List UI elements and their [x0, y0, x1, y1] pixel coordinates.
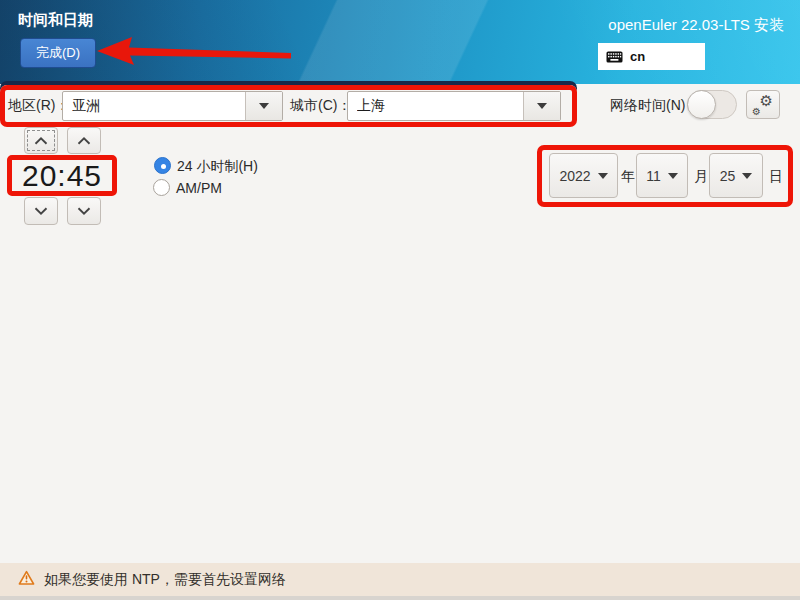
header-banner: 时间和日期 完成(D) openEuler 22.03-LTS 安装 cn — [0, 0, 800, 84]
chevron-down-icon — [742, 173, 752, 179]
warning-bar: 如果您要使用 NTP，需要首先设置网络 — [0, 563, 800, 596]
city-dropdown-button[interactable] — [523, 92, 560, 120]
day-dropdown[interactable]: 25 — [709, 153, 763, 198]
radio-24h-label[interactable]: 24 小时制(H) — [177, 158, 258, 176]
region-combobox[interactable] — [62, 91, 283, 121]
installer-product-title: openEuler 22.03-LTS 安装 — [608, 16, 784, 35]
city-input[interactable] — [348, 92, 523, 120]
minute-up-button[interactable] — [67, 127, 101, 154]
month-value: 11 — [646, 168, 661, 184]
day-value: 25 — [720, 168, 736, 184]
ntp-settings-button[interactable]: ⚙⚙ — [746, 90, 780, 119]
keyboard-layout-indicator[interactable]: cn — [598, 43, 705, 70]
chevron-down-icon — [537, 103, 547, 109]
chevron-up-icon — [77, 137, 91, 145]
hour-up-button[interactable] — [24, 127, 58, 154]
warning-icon — [18, 570, 35, 590]
chevron-down-icon — [598, 173, 608, 179]
network-time-toggle[interactable] — [687, 90, 737, 119]
region-label: 地区(R)： — [8, 97, 69, 115]
city-combobox[interactable] — [347, 91, 561, 121]
network-time-label: 网络时间(N) — [610, 97, 685, 115]
toggle-knob — [687, 90, 716, 119]
hour-down-button[interactable] — [24, 197, 58, 225]
radio-ampm-label[interactable]: AM/PM — [176, 180, 222, 196]
radio-24h[interactable] — [154, 157, 171, 174]
year-suffix-label: 年 — [621, 168, 635, 186]
done-button[interactable]: 完成(D) — [20, 38, 96, 68]
month-dropdown[interactable]: 11 — [636, 153, 688, 198]
chevron-down-icon — [34, 207, 48, 215]
city-label: 城市(C)： — [290, 97, 351, 115]
done-button-label: 完成(D) — [36, 44, 80, 62]
year-value: 2022 — [559, 168, 590, 184]
bottom-strip — [0, 596, 800, 600]
region-input[interactable] — [63, 92, 245, 120]
chevron-down-icon — [77, 207, 91, 215]
annotation-arrow — [0, 0, 800, 600]
gear-icon: ⚙⚙ — [753, 96, 773, 114]
day-suffix-label: 日 — [769, 168, 783, 186]
region-dropdown-button[interactable] — [245, 92, 282, 120]
warning-message: 如果您要使用 NTP，需要首先设置网络 — [44, 571, 286, 589]
keyboard-layout-code: cn — [630, 49, 645, 64]
chevron-down-icon — [668, 173, 678, 179]
time-display: 20:45 — [22, 159, 102, 193]
radio-ampm[interactable] — [153, 179, 170, 196]
annotation-rect-time: 20:45 — [7, 155, 117, 196]
keyboard-icon — [606, 51, 623, 63]
month-suffix-label: 月 — [694, 168, 708, 186]
chevron-up-icon — [34, 137, 48, 145]
minute-down-button[interactable] — [67, 197, 101, 225]
page-title: 时间和日期 — [18, 11, 93, 30]
year-dropdown[interactable]: 2022 — [549, 153, 618, 198]
chevron-down-icon — [259, 103, 269, 109]
